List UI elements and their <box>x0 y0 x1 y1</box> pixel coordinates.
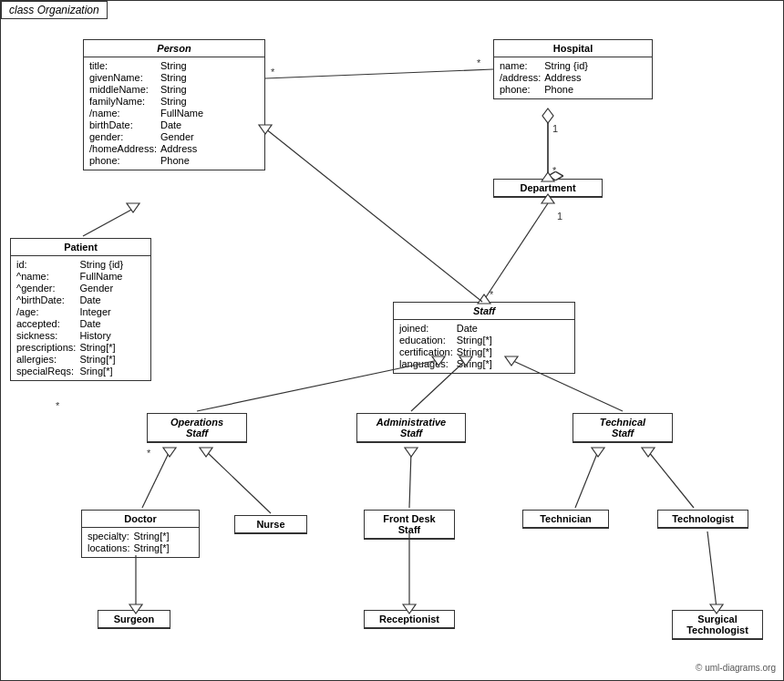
class-technician: Technician <box>522 510 609 529</box>
class-person: Person title:String givenName:String mid… <box>83 39 265 170</box>
svg-line-31 <box>142 451 170 508</box>
svg-marker-20 <box>127 203 139 212</box>
class-operations-staff: OperationsStaff <box>147 413 247 443</box>
svg-line-19 <box>83 209 133 236</box>
svg-line-39 <box>648 451 694 508</box>
diagram-container: class Organization Person title:String g… <box>0 0 784 681</box>
class-technical-staff: TechnicalStaff <box>573 413 673 443</box>
class-doctor: Doctor specialty:String[*] locations:Str… <box>81 510 200 558</box>
class-patient-attrs: id:String {id} ^name:FullName ^gender:Ge… <box>11 256 150 380</box>
svg-line-15 <box>484 203 548 300</box>
svg-line-35 <box>409 451 411 508</box>
class-doctor-name: Doctor <box>82 511 199 528</box>
class-person-attrs: title:String givenName:String middleName… <box>84 57 264 170</box>
svg-line-45 <box>707 531 717 608</box>
class-administrative-staff-name: AdministrativeStaff <box>357 414 465 442</box>
svg-text:*: * <box>552 165 557 176</box>
class-nurse: Nurse <box>234 515 307 534</box>
svg-text:*: * <box>56 400 60 411</box>
svg-text:*: * <box>477 57 481 68</box>
svg-marker-40 <box>642 448 655 457</box>
class-receptionist-name: Receptionist <box>365 611 454 628</box>
class-doctor-attrs: specialty:String[*] locations:String[*] <box>82 528 199 557</box>
class-patient: Patient id:String {id} ^name:FullName ^g… <box>10 238 151 381</box>
svg-marker-34 <box>200 448 212 457</box>
svg-text:*: * <box>490 289 494 300</box>
class-technologist-name: Technologist <box>658 511 748 528</box>
svg-line-37 <box>575 451 598 508</box>
class-person-name: Person <box>84 40 264 57</box>
svg-line-5 <box>265 69 493 78</box>
class-technician-name: Technician <box>523 511 608 528</box>
class-receptionist: Receptionist <box>364 610 455 629</box>
class-front-desk-staff-name: Front DeskStaff <box>365 511 454 539</box>
class-surgical-technologist: SurgicalTechnologist <box>672 610 763 640</box>
diagram-title: class Organization <box>1 1 108 19</box>
svg-line-33 <box>206 451 271 513</box>
svg-text:1: 1 <box>557 211 562 222</box>
class-hospital-attrs: name:String {id} /address:Address phone:… <box>494 57 652 98</box>
svg-text:*: * <box>271 67 275 77</box>
class-administrative-staff: AdministrativeStaff <box>356 413 466 443</box>
svg-marker-9 <box>542 108 553 123</box>
class-hospital: Hospital name:String {id} /address:Addre… <box>493 39 653 99</box>
class-staff-attrs: joined:Date education:String[*] certific… <box>394 320 574 373</box>
class-hospital-name: Hospital <box>494 40 652 57</box>
svg-text:1: 1 <box>552 123 558 134</box>
svg-marker-36 <box>405 448 418 457</box>
class-surgical-technologist-name: SurgicalTechnologist <box>673 611 762 639</box>
svg-text:*: * <box>147 448 151 459</box>
svg-line-21 <box>265 129 482 302</box>
class-nurse-name: Nurse <box>235 516 306 533</box>
class-department: Department <box>493 179 603 198</box>
class-technical-staff-name: TechnicalStaff <box>573 414 672 442</box>
class-front-desk-staff: Front DeskStaff <box>364 510 455 540</box>
class-staff: Staff joined:Date education:String[*] ce… <box>393 302 575 374</box>
watermark: © uml-diagrams.org <box>696 663 776 673</box>
class-patient-name: Patient <box>11 239 150 256</box>
class-department-name: Department <box>494 180 602 197</box>
class-technologist: Technologist <box>657 510 748 529</box>
class-surgeon-name: Surgeon <box>98 611 170 628</box>
class-staff-name: Staff <box>394 303 574 320</box>
class-operations-staff-name: OperationsStaff <box>148 414 246 442</box>
svg-marker-38 <box>592 448 604 457</box>
class-surgeon: Surgeon <box>98 610 170 629</box>
svg-marker-32 <box>163 448 176 457</box>
